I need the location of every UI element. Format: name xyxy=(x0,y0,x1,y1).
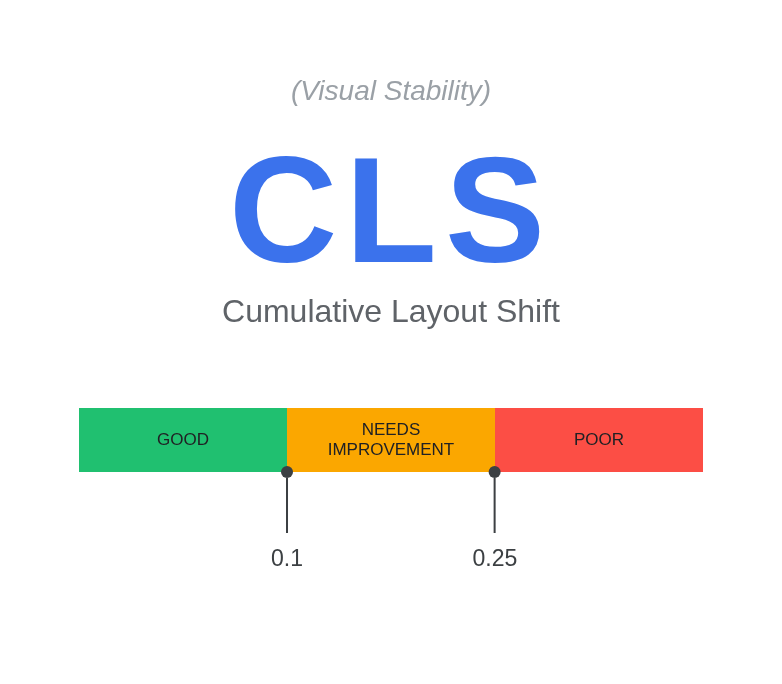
metric-full-name: Cumulative Layout Shift xyxy=(222,293,560,330)
threshold-value-2: 0.25 xyxy=(473,545,518,572)
segment-needs-improvement: NEEDS IMPROVEMENT xyxy=(287,408,495,472)
marker-line-icon xyxy=(286,478,288,533)
threshold-value-1: 0.1 xyxy=(271,545,303,572)
segment-poor: POOR xyxy=(495,408,703,472)
metric-abbreviation: CLS xyxy=(229,135,553,285)
marker-line-icon xyxy=(494,478,496,533)
threshold-marker-2: 0.25 xyxy=(473,466,518,572)
scale-bar: GOOD NEEDS IMPROVEMENT POOR xyxy=(79,408,703,472)
marker-dot-icon xyxy=(281,466,293,478)
segment-good: GOOD xyxy=(79,408,287,472)
threshold-scale: GOOD NEEDS IMPROVEMENT POOR 0.1 0.25 xyxy=(79,408,703,562)
threshold-markers: 0.1 0.25 xyxy=(79,472,703,562)
marker-dot-icon xyxy=(489,466,501,478)
threshold-marker-1: 0.1 xyxy=(271,466,303,572)
metric-category: (Visual Stability) xyxy=(291,75,491,107)
